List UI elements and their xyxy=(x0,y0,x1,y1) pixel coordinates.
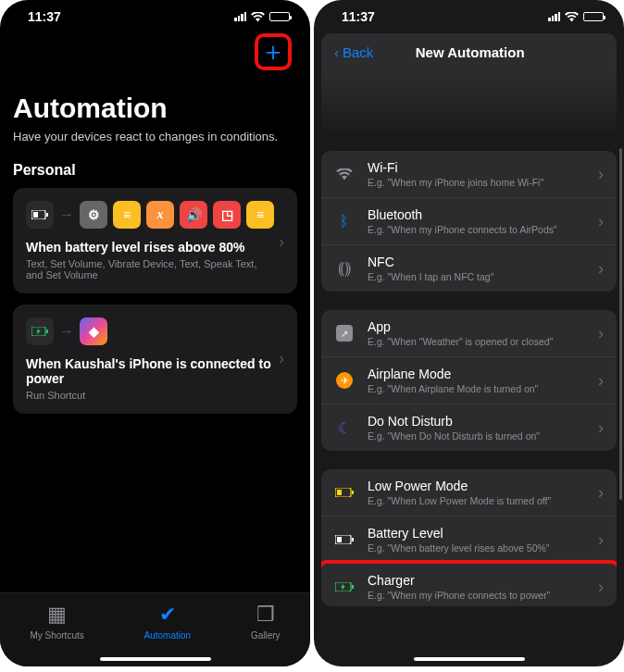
battery-trigger-icon xyxy=(26,201,54,229)
phone-automation-list: 11:37 ＋ Automation Have your devices rea… xyxy=(0,0,310,666)
variable-icon: x xyxy=(146,201,174,229)
trigger-label: NFC xyxy=(368,255,585,269)
trigger-charger[interactable]: ChargerE.g. "When my iPhone connects to … xyxy=(321,560,617,606)
automation-desc: Text, Set Volume, Vibrate Device, Text, … xyxy=(26,258,271,280)
grid-icon: ▦ xyxy=(47,603,67,627)
stacks-icon: ❒ xyxy=(256,603,275,627)
arrow-icon: → xyxy=(59,323,74,340)
clock-check-icon: ✔︎ xyxy=(159,603,176,627)
arrow-icon: → xyxy=(59,206,74,223)
home-indicator[interactable] xyxy=(100,657,211,661)
chevron-right-icon: › xyxy=(598,371,604,391)
nfc-icon: ⸨⸩ xyxy=(334,260,355,277)
trigger-label: App xyxy=(368,319,585,334)
tab-label: Automation xyxy=(144,630,192,641)
clock-text: 11:37 xyxy=(28,9,61,24)
status-bar: 11:37 xyxy=(0,0,310,30)
trigger-example: E.g. "When my iPhone connects to power" xyxy=(368,590,585,601)
tab-bar: ▦ My Shortcuts ✔︎ Automation ❒ Gallery xyxy=(0,592,310,666)
tab-automation[interactable]: ✔︎ Automation xyxy=(144,603,192,641)
trigger-group-mode: ↗ AppE.g. "When "Weather" is opened or c… xyxy=(321,310,617,451)
trigger-example: E.g. "When my iPhone joins home Wi-Fi" xyxy=(368,177,585,188)
battery-icon xyxy=(583,12,604,21)
gear-icon: ⚙︎ xyxy=(80,201,107,229)
automation-icons: → ◆ xyxy=(26,317,284,345)
trigger-battery-level[interactable]: Battery LevelE.g. "When battery level ri… xyxy=(321,516,617,564)
svg-rect-12 xyxy=(352,585,354,589)
tab-label: Gallery xyxy=(251,630,281,641)
cellular-icon xyxy=(234,12,246,21)
automation-desc: Run Shortcut xyxy=(26,390,271,401)
trigger-label: Battery Level xyxy=(368,526,585,541)
trigger-wifi[interactable]: Wi-FiE.g. "When my iPhone joins home Wi-… xyxy=(321,151,617,198)
moon-icon: ☾ xyxy=(334,419,355,437)
svg-rect-9 xyxy=(352,538,354,541)
bluetooth-icon: ᛒ xyxy=(334,213,355,230)
widget-icon: ◳ xyxy=(213,201,241,229)
status-icons xyxy=(548,12,604,22)
cellular-icon xyxy=(548,12,560,21)
chevron-right-icon: › xyxy=(598,165,604,184)
svg-rect-2 xyxy=(33,212,38,218)
shortcuts-icon: ◆ xyxy=(80,317,107,345)
trigger-label: Wi-Fi xyxy=(368,160,585,175)
trigger-airplane[interactable]: ✈ Airplane ModeE.g. "When Airplane Mode … xyxy=(321,357,617,404)
trigger-dnd[interactable]: ☾ Do Not DisturbE.g. "When Do Not Distur… xyxy=(321,404,617,451)
trigger-example: E.g. "When my iPhone connects to AirPods… xyxy=(368,224,585,235)
status-icons xyxy=(234,12,290,22)
tab-gallery[interactable]: ❒ Gallery xyxy=(251,603,281,641)
trigger-example: E.g. "When battery level rises above 50%… xyxy=(368,542,585,554)
airplane-icon: ✈ xyxy=(334,372,355,389)
chevron-right-icon: › xyxy=(598,324,604,343)
nav-bar: ‹ Back New Automation xyxy=(321,33,617,71)
low-power-icon xyxy=(334,488,355,497)
charger-icon xyxy=(334,582,355,591)
tab-my-shortcuts[interactable]: ▦ My Shortcuts xyxy=(30,603,83,641)
svg-rect-4 xyxy=(46,330,48,333)
automation-card-1[interactable]: → ⚙︎ ≡ x 🔊 ◳ ≡ When battery level rises … xyxy=(13,188,297,293)
svg-rect-7 xyxy=(337,490,342,495)
chevron-right-icon: › xyxy=(598,259,604,279)
text-icon: ≡ xyxy=(113,201,141,229)
charger-trigger-icon xyxy=(26,317,54,345)
svg-rect-6 xyxy=(352,491,354,494)
trigger-label: Low Power Mode xyxy=(368,479,585,493)
svg-rect-10 xyxy=(337,537,342,542)
section-header-personal: Personal xyxy=(13,162,297,179)
trigger-bluetooth[interactable]: ᛒ BluetoothE.g. "When my iPhone connects… xyxy=(321,198,617,245)
automation-card-2[interactable]: → ◆ When Kaushal's iPhone is connected t… xyxy=(13,305,297,414)
trigger-example: E.g. "When Low Power Mode is turned off" xyxy=(368,495,585,506)
trigger-low-power[interactable]: Low Power ModeE.g. "When Low Power Mode … xyxy=(321,469,617,516)
automation-icons: → ⚙︎ ≡ x 🔊 ◳ ≡ xyxy=(26,201,284,229)
scroll-indicator[interactable] xyxy=(619,148,622,500)
automation-title: When battery level rises above 80% xyxy=(26,240,271,255)
trigger-group-connectivity: Wi-FiE.g. "When my iPhone joins home Wi-… xyxy=(321,151,617,292)
trigger-example: E.g. "When Do Not Disturb is turned on" xyxy=(368,430,585,442)
nav-title: New Automation xyxy=(336,44,604,60)
app-icon: ↗ xyxy=(334,325,355,342)
chevron-right-icon: › xyxy=(598,212,604,231)
wifi-icon xyxy=(251,12,265,22)
chevron-right-icon: › xyxy=(598,578,604,597)
trigger-app[interactable]: ↗ AppE.g. "When "Weather" is opened or c… xyxy=(321,310,617,357)
wifi-trigger-icon xyxy=(334,168,355,180)
trigger-label: Charger xyxy=(368,573,585,588)
status-bar: 11:37 xyxy=(314,0,624,30)
add-automation-button[interactable]: ＋ xyxy=(255,33,292,70)
wifi-icon xyxy=(565,12,579,22)
home-indicator[interactable] xyxy=(414,657,525,661)
text2-icon: ≡ xyxy=(246,201,274,229)
trigger-label: Airplane Mode xyxy=(368,367,585,381)
automation-title: When Kaushal's iPhone is connected to po… xyxy=(26,356,271,386)
trigger-nfc[interactable]: ⸨⸩ NFCE.g. "When I tap an NFC tag" › xyxy=(321,245,617,292)
trigger-group-power: Low Power ModeE.g. "When Low Power Mode … xyxy=(321,469,617,606)
phone-new-automation: 11:37 ‹ Back New Automation Wi-FiE.g. "W… xyxy=(314,0,624,666)
trigger-example: E.g. "When "Weather" is opened or closed… xyxy=(368,336,585,347)
page-subtitle: Have your devices react to changes in co… xyxy=(13,130,297,143)
battery-level-icon xyxy=(334,535,355,544)
speaker-icon: 🔊 xyxy=(180,201,207,229)
trigger-example: E.g. "When Airplane Mode is turned on" xyxy=(368,383,585,394)
chevron-right-icon: › xyxy=(598,483,604,503)
chevron-right-icon: › xyxy=(598,418,604,438)
chevron-right-icon: › xyxy=(598,530,604,550)
